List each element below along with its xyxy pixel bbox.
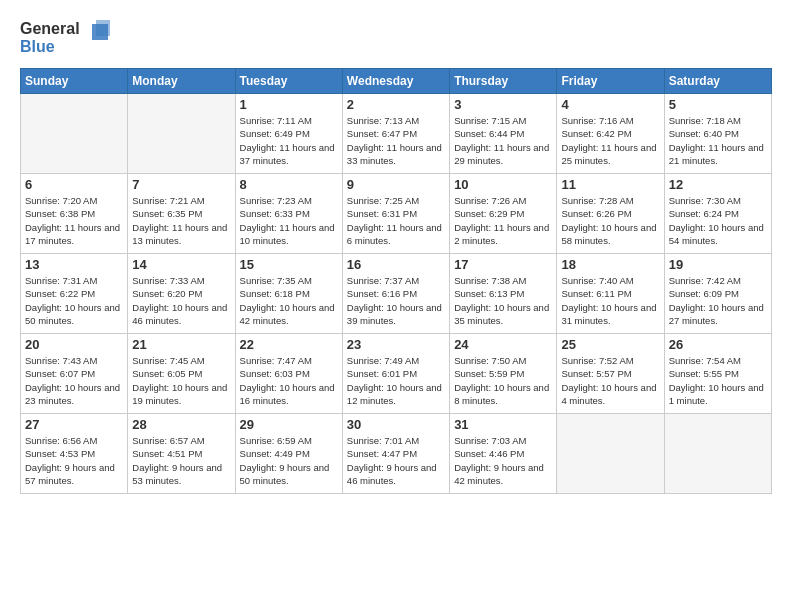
day-details: Sunrise: 7:45 AM Sunset: 6:05 PM Dayligh… [132, 354, 230, 407]
day-details: Sunrise: 7:40 AM Sunset: 6:11 PM Dayligh… [561, 274, 659, 327]
col-header-wednesday: Wednesday [342, 69, 449, 94]
calendar-cell: 12Sunrise: 7:30 AM Sunset: 6:24 PM Dayli… [664, 174, 771, 254]
col-header-monday: Monday [128, 69, 235, 94]
day-details: Sunrise: 7:31 AM Sunset: 6:22 PM Dayligh… [25, 274, 123, 327]
calendar-cell: 10Sunrise: 7:26 AM Sunset: 6:29 PM Dayli… [450, 174, 557, 254]
calendar-cell: 18Sunrise: 7:40 AM Sunset: 6:11 PM Dayli… [557, 254, 664, 334]
day-details: Sunrise: 7:26 AM Sunset: 6:29 PM Dayligh… [454, 194, 552, 247]
day-details: Sunrise: 6:59 AM Sunset: 4:49 PM Dayligh… [240, 434, 338, 487]
svg-marker-3 [96, 20, 110, 36]
calendar-cell: 13Sunrise: 7:31 AM Sunset: 6:22 PM Dayli… [21, 254, 128, 334]
day-number: 13 [25, 257, 123, 272]
calendar-cell: 14Sunrise: 7:33 AM Sunset: 6:20 PM Dayli… [128, 254, 235, 334]
col-header-saturday: Saturday [664, 69, 771, 94]
day-number: 26 [669, 337, 767, 352]
day-details: Sunrise: 7:35 AM Sunset: 6:18 PM Dayligh… [240, 274, 338, 327]
day-details: Sunrise: 6:56 AM Sunset: 4:53 PM Dayligh… [25, 434, 123, 487]
calendar-cell: 7Sunrise: 7:21 AM Sunset: 6:35 PM Daylig… [128, 174, 235, 254]
calendar-cell: 4Sunrise: 7:16 AM Sunset: 6:42 PM Daylig… [557, 94, 664, 174]
header: General Blue [20, 16, 772, 60]
day-details: Sunrise: 7:28 AM Sunset: 6:26 PM Dayligh… [561, 194, 659, 247]
day-details: Sunrise: 7:21 AM Sunset: 6:35 PM Dayligh… [132, 194, 230, 247]
week-row-4: 20Sunrise: 7:43 AM Sunset: 6:07 PM Dayli… [21, 334, 772, 414]
day-details: Sunrise: 7:23 AM Sunset: 6:33 PM Dayligh… [240, 194, 338, 247]
day-number: 14 [132, 257, 230, 272]
calendar-cell: 2Sunrise: 7:13 AM Sunset: 6:47 PM Daylig… [342, 94, 449, 174]
day-details: Sunrise: 7:15 AM Sunset: 6:44 PM Dayligh… [454, 114, 552, 167]
header-row: SundayMondayTuesdayWednesdayThursdayFrid… [21, 69, 772, 94]
day-details: Sunrise: 7:43 AM Sunset: 6:07 PM Dayligh… [25, 354, 123, 407]
calendar-cell: 23Sunrise: 7:49 AM Sunset: 6:01 PM Dayli… [342, 334, 449, 414]
day-number: 30 [347, 417, 445, 432]
day-details: Sunrise: 7:16 AM Sunset: 6:42 PM Dayligh… [561, 114, 659, 167]
col-header-tuesday: Tuesday [235, 69, 342, 94]
day-number: 12 [669, 177, 767, 192]
week-row-1: 1Sunrise: 7:11 AM Sunset: 6:49 PM Daylig… [21, 94, 772, 174]
day-number: 28 [132, 417, 230, 432]
day-details: Sunrise: 7:37 AM Sunset: 6:16 PM Dayligh… [347, 274, 445, 327]
calendar-cell [664, 414, 771, 494]
calendar-cell: 29Sunrise: 6:59 AM Sunset: 4:49 PM Dayli… [235, 414, 342, 494]
calendar-cell: 20Sunrise: 7:43 AM Sunset: 6:07 PM Dayli… [21, 334, 128, 414]
calendar-cell: 24Sunrise: 7:50 AM Sunset: 5:59 PM Dayli… [450, 334, 557, 414]
day-number: 27 [25, 417, 123, 432]
day-details: Sunrise: 7:03 AM Sunset: 4:46 PM Dayligh… [454, 434, 552, 487]
day-number: 19 [669, 257, 767, 272]
day-details: Sunrise: 7:25 AM Sunset: 6:31 PM Dayligh… [347, 194, 445, 247]
day-number: 10 [454, 177, 552, 192]
day-number: 4 [561, 97, 659, 112]
logo-svg: General Blue [20, 16, 110, 60]
day-number: 15 [240, 257, 338, 272]
day-details: Sunrise: 7:11 AM Sunset: 6:49 PM Dayligh… [240, 114, 338, 167]
calendar-cell [21, 94, 128, 174]
calendar-cell: 28Sunrise: 6:57 AM Sunset: 4:51 PM Dayli… [128, 414, 235, 494]
day-number: 5 [669, 97, 767, 112]
day-details: Sunrise: 7:42 AM Sunset: 6:09 PM Dayligh… [669, 274, 767, 327]
day-number: 7 [132, 177, 230, 192]
calendar-cell: 25Sunrise: 7:52 AM Sunset: 5:57 PM Dayli… [557, 334, 664, 414]
calendar-cell: 21Sunrise: 7:45 AM Sunset: 6:05 PM Dayli… [128, 334, 235, 414]
calendar-cell: 22Sunrise: 7:47 AM Sunset: 6:03 PM Dayli… [235, 334, 342, 414]
day-number: 16 [347, 257, 445, 272]
day-number: 9 [347, 177, 445, 192]
day-number: 2 [347, 97, 445, 112]
day-number: 24 [454, 337, 552, 352]
calendar-cell: 19Sunrise: 7:42 AM Sunset: 6:09 PM Dayli… [664, 254, 771, 334]
day-details: Sunrise: 7:54 AM Sunset: 5:55 PM Dayligh… [669, 354, 767, 407]
day-details: Sunrise: 7:47 AM Sunset: 6:03 PM Dayligh… [240, 354, 338, 407]
day-details: Sunrise: 7:38 AM Sunset: 6:13 PM Dayligh… [454, 274, 552, 327]
calendar-cell: 11Sunrise: 7:28 AM Sunset: 6:26 PM Dayli… [557, 174, 664, 254]
calendar-cell: 26Sunrise: 7:54 AM Sunset: 5:55 PM Dayli… [664, 334, 771, 414]
day-details: Sunrise: 7:49 AM Sunset: 6:01 PM Dayligh… [347, 354, 445, 407]
calendar-cell: 31Sunrise: 7:03 AM Sunset: 4:46 PM Dayli… [450, 414, 557, 494]
day-details: Sunrise: 7:30 AM Sunset: 6:24 PM Dayligh… [669, 194, 767, 247]
day-details: Sunrise: 7:18 AM Sunset: 6:40 PM Dayligh… [669, 114, 767, 167]
calendar-cell: 17Sunrise: 7:38 AM Sunset: 6:13 PM Dayli… [450, 254, 557, 334]
day-number: 20 [25, 337, 123, 352]
calendar-cell [557, 414, 664, 494]
day-details: Sunrise: 7:33 AM Sunset: 6:20 PM Dayligh… [132, 274, 230, 327]
calendar-cell: 8Sunrise: 7:23 AM Sunset: 6:33 PM Daylig… [235, 174, 342, 254]
calendar-cell: 27Sunrise: 6:56 AM Sunset: 4:53 PM Dayli… [21, 414, 128, 494]
day-number: 31 [454, 417, 552, 432]
day-number: 23 [347, 337, 445, 352]
day-number: 29 [240, 417, 338, 432]
day-details: Sunrise: 7:50 AM Sunset: 5:59 PM Dayligh… [454, 354, 552, 407]
calendar-cell: 16Sunrise: 7:37 AM Sunset: 6:16 PM Dayli… [342, 254, 449, 334]
day-number: 8 [240, 177, 338, 192]
svg-text:General: General [20, 20, 80, 37]
col-header-sunday: Sunday [21, 69, 128, 94]
calendar-page: General Blue SundayMondayTuesdayWednesda… [0, 0, 792, 504]
day-number: 18 [561, 257, 659, 272]
week-row-5: 27Sunrise: 6:56 AM Sunset: 4:53 PM Dayli… [21, 414, 772, 494]
day-details: Sunrise: 6:57 AM Sunset: 4:51 PM Dayligh… [132, 434, 230, 487]
col-header-friday: Friday [557, 69, 664, 94]
calendar-cell: 1Sunrise: 7:11 AM Sunset: 6:49 PM Daylig… [235, 94, 342, 174]
day-number: 1 [240, 97, 338, 112]
calendar-cell: 5Sunrise: 7:18 AM Sunset: 6:40 PM Daylig… [664, 94, 771, 174]
week-row-3: 13Sunrise: 7:31 AM Sunset: 6:22 PM Dayli… [21, 254, 772, 334]
day-number: 22 [240, 337, 338, 352]
day-details: Sunrise: 7:20 AM Sunset: 6:38 PM Dayligh… [25, 194, 123, 247]
day-details: Sunrise: 7:01 AM Sunset: 4:47 PM Dayligh… [347, 434, 445, 487]
day-number: 11 [561, 177, 659, 192]
